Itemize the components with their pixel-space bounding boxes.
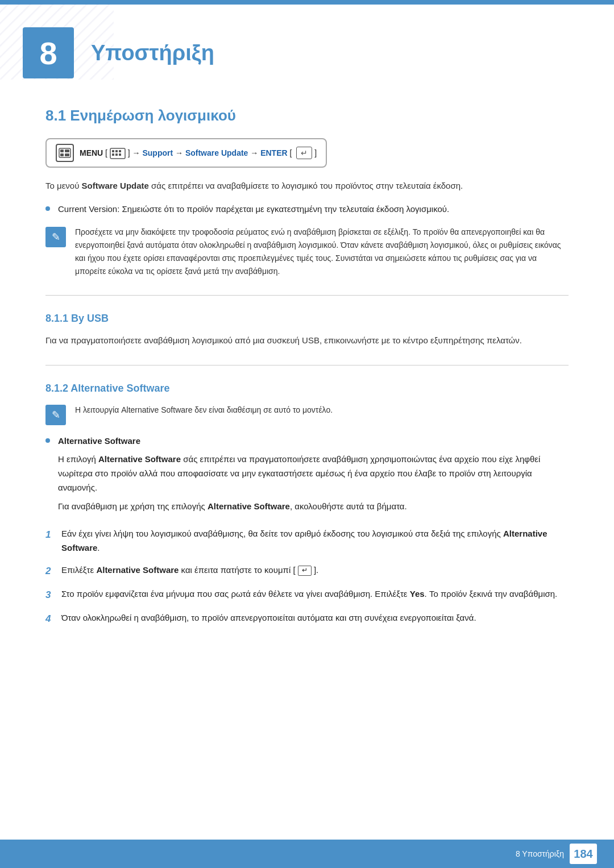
chapter-title: Υποστήριξη xyxy=(91,41,214,65)
step-4-text: Όταν ολοκληρωθεί η αναβάθμιση, το προϊόν… xyxy=(61,611,569,625)
bullet-list-current: Current Version: Σημειώστε ότι το προϊόν… xyxy=(45,202,569,217)
intro-paragraph: Το μενού Software Update σάς επιτρέπει ν… xyxy=(45,179,569,193)
note-text-2: Η λειτουργία Alternative Software δεν εί… xyxy=(75,404,333,417)
note-box-2: Η λειτουργία Alternative Software δεν εί… xyxy=(45,404,569,425)
step-4-number: 4 xyxy=(45,611,61,627)
step-3-text: Στο προϊόν εμφανίζεται ένα μήνυμα που σα… xyxy=(61,587,569,601)
bullet-text-current: Current Version: Σημειώστε ότι το προϊόν… xyxy=(58,202,449,217)
note-box-1: Προσέχετε να μην διακόψετε την τροφοδοσί… xyxy=(45,226,569,278)
steps-list: 1 Εάν έχει γίνει λήψη του λογισμικού ανα… xyxy=(45,527,569,627)
svg-rect-13 xyxy=(119,153,121,156)
main-content: 8.1 Ενημέρωση λογισμικού MENU [ xyxy=(0,95,614,682)
step-2-number: 2 xyxy=(45,563,61,579)
step-4: 4 Όταν ολοκληρωθεί η αναβάθμιση, το προϊ… xyxy=(45,611,569,627)
svg-rect-4 xyxy=(60,153,64,156)
section-8-1-2-heading: 8.1.2 Alternative Software xyxy=(45,383,569,394)
enter-icon: ↵ xyxy=(296,147,312,159)
section-8-1-heading: 8.1 Ενημέρωση λογισμικού xyxy=(45,107,569,124)
footer: 8 Υποστήριξη 184 xyxy=(0,840,614,868)
section-8-1-1-text: Για να πραγματοποιήσετε αναβάθμιση λογισ… xyxy=(45,334,569,348)
svg-rect-12 xyxy=(119,150,121,152)
step-3-number: 3 xyxy=(45,587,61,603)
chapter-header: 8 Υποστήριξη xyxy=(0,5,614,95)
note-icon-1 xyxy=(45,227,66,247)
bullet-dot xyxy=(45,206,50,211)
svg-rect-5 xyxy=(65,149,69,152)
menu-icon xyxy=(56,144,74,162)
step-3: 3 Στο προϊόν εμφανίζεται ένα μήνυμα που … xyxy=(45,587,569,603)
step-1: 1 Εάν έχει γίνει λήψη του λογισμικού ανα… xyxy=(45,527,569,555)
note-text-1: Προσέχετε να μην διακόψετε την τροφοδοσί… xyxy=(75,226,569,278)
svg-rect-8 xyxy=(112,150,114,152)
svg-rect-11 xyxy=(115,153,118,156)
svg-rect-9 xyxy=(115,150,118,152)
footer-page-number: 184 xyxy=(570,844,597,864)
bullet-list-alt: Alternative Software Η επιλογή Alternati… xyxy=(45,434,569,518)
top-stripe xyxy=(0,0,614,5)
svg-rect-3 xyxy=(60,149,64,152)
step-1-number: 1 xyxy=(45,527,61,543)
divider-1 xyxy=(45,295,569,296)
svg-rect-10 xyxy=(112,153,114,156)
section-8-1-1-heading: 8.1.1 By USB xyxy=(45,313,569,325)
bullet-dot-alt xyxy=(45,438,50,443)
bullet-item-current: Current Version: Σημειώστε ότι το προϊόν… xyxy=(45,202,569,217)
menu-path-box: MENU [ ] → Support → Software Update → E… xyxy=(45,138,327,168)
bullet-item-alt: Alternative Software Η επιλογή Alternati… xyxy=(45,434,569,518)
note-icon-2 xyxy=(45,405,66,425)
step-2-text: Επιλέξτε Alternative Software και έπειτα… xyxy=(61,563,569,578)
menu-path-text: MENU [ ] → Support → Software Update → E… xyxy=(80,147,317,159)
bullet-text-alt: Alternative Software Η επιλογή Alternati… xyxy=(58,434,569,518)
step-1-text: Εάν έχει γίνει λήψη του λογισμικού αναβά… xyxy=(61,527,569,555)
footer-section-label: 8 Υποστήριξη xyxy=(516,849,564,858)
chapter-number: 8 xyxy=(23,27,74,78)
svg-rect-6 xyxy=(65,153,69,156)
divider-2 xyxy=(45,365,569,366)
step-2: 2 Επιλέξτε Alternative Software και έπει… xyxy=(45,563,569,579)
